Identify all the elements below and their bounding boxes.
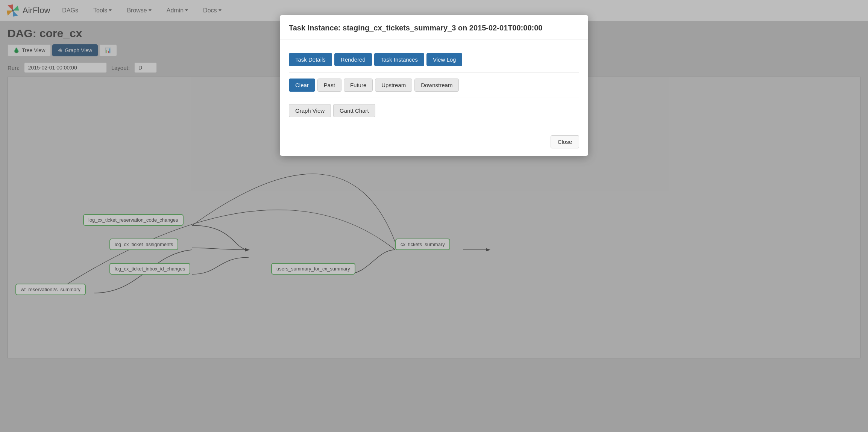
modal-header: Task Instance: staging_cx_tickets_summar… [280,15,588,39]
modal-body: Task Details Rendered Task Instances Vie… [280,39,588,131]
clear-buttons-group: Clear Past Future Upstream Downstream [289,79,579,92]
modal-view-section: Graph View Gantt Chart [289,98,579,123]
downstream-button[interactable]: Downstream [414,79,459,92]
modal-dialog: Task Instance: staging_cx_tickets_summar… [280,15,588,156]
modal-clear-section: Clear Past Future Upstream Downstream [289,73,579,98]
modal-title: Task Instance: staging_cx_tickets_summar… [289,23,579,33]
view-log-button[interactable]: View Log [426,53,462,66]
rendered-button[interactable]: Rendered [334,53,372,66]
past-button[interactable]: Past [317,79,341,92]
modal-action-section: Task Details Rendered Task Instances Vie… [289,47,579,73]
view-buttons-group: Graph View Gantt Chart [289,104,579,117]
gantt-chart-button[interactable]: Gantt Chart [333,104,375,117]
modal-footer: Close [280,131,588,156]
task-details-button[interactable]: Task Details [289,53,332,66]
action-buttons-group: Task Details Rendered Task Instances Vie… [289,53,579,66]
close-button[interactable]: Close [551,135,579,148]
future-button[interactable]: Future [344,79,373,92]
clear-button[interactable]: Clear [289,79,315,92]
modal-overlay: Task Instance: staging_cx_tickets_summar… [0,0,868,432]
task-instances-button[interactable]: Task Instances [374,53,424,66]
modal-graph-view-button[interactable]: Graph View [289,104,331,117]
upstream-button[interactable]: Upstream [375,79,412,92]
